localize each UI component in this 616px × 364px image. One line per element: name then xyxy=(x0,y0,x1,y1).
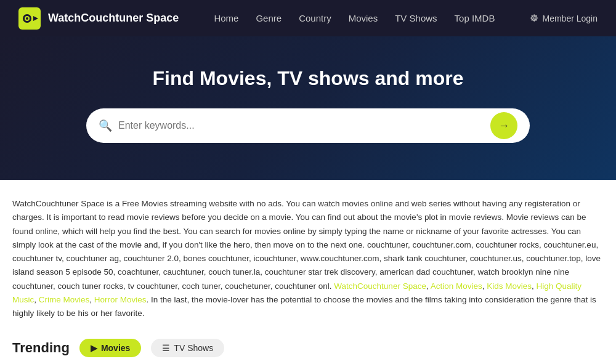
tab-tvshows-button[interactable]: ☰ TV Shows xyxy=(151,339,224,357)
search-bar: 🔍 → xyxy=(86,108,530,143)
link-watchcouchtuner[interactable]: WatchCouchtuner Space xyxy=(334,281,426,291)
nav-tvshows[interactable]: TV Shows xyxy=(395,13,437,23)
navbar-right: ☸ Member Login xyxy=(530,12,598,24)
member-login-button[interactable]: ☸ Member Login xyxy=(530,12,598,24)
trending-header: Trending ▶ Movies ☰ TV Shows xyxy=(12,339,604,357)
person-icon: ☸ xyxy=(530,12,538,24)
play-icon: ▶ xyxy=(91,343,97,353)
link-action-movies[interactable]: Action Movies xyxy=(431,281,482,291)
link-kids-movies[interactable]: Kids Movies xyxy=(487,281,532,291)
navbar-nav: Home Genre Country Movies TV Shows Top I… xyxy=(214,13,495,23)
tab-movies-button[interactable]: ▶ Movies xyxy=(79,339,141,357)
nav-topimdb[interactable]: Top IMDB xyxy=(455,13,495,23)
navbar: WatchCouchtuner Space Home Genre Country… xyxy=(0,0,616,36)
nav-genre[interactable]: Genre xyxy=(256,13,282,23)
list-icon: ☰ xyxy=(162,343,170,353)
link-horror-movies[interactable]: Horror Movies xyxy=(94,295,147,304)
search-icon: 🔍 xyxy=(99,119,112,132)
nav-home[interactable]: Home xyxy=(214,13,238,23)
search-input[interactable] xyxy=(118,120,484,131)
hero-section: Find Movies, TV shows and more 🔍 → xyxy=(0,36,616,180)
trending-section: Trending ▶ Movies ☰ TV Shows xyxy=(0,333,616,364)
trending-title: Trending xyxy=(12,340,70,356)
navbar-brand: WatchCouchtuner Space xyxy=(18,7,179,30)
logo-text: WatchCouchtuner Space xyxy=(48,12,179,25)
nav-country[interactable]: Country xyxy=(299,13,331,23)
link-crime-movies[interactable]: Crime Movies xyxy=(39,295,90,304)
nav-movies[interactable]: Movies xyxy=(349,13,378,23)
svg-point-3 xyxy=(26,17,28,20)
hero-title: Find Movies, TV shows and more xyxy=(12,67,604,90)
description-text: WatchCouchtuner Space is a Free Movies s… xyxy=(12,197,604,320)
description-section: WatchCouchtuner Space is a Free Movies s… xyxy=(0,180,616,333)
search-button[interactable]: → xyxy=(490,112,517,139)
logo-icon xyxy=(18,7,41,30)
